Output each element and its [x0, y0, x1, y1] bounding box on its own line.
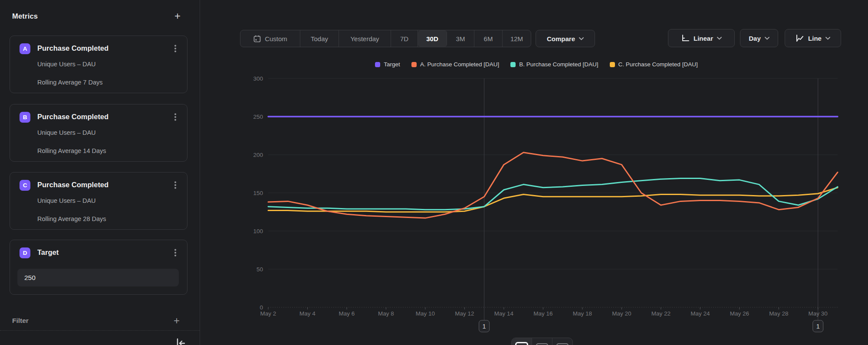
- metric-title: Purchase Completed: [37, 181, 108, 189]
- annotation-badge[interactable]: 1: [813, 320, 823, 332]
- scale-dropdown-button[interactable]: Linear: [668, 29, 735, 47]
- y-axis-label-0: 0: [260, 304, 263, 311]
- metric-rolling-average: Rolling Average 28 Days: [37, 215, 106, 222]
- metrics-sidebar: Metrics + A Purchase Completed Unique Us…: [0, 0, 200, 345]
- y-axis-label-150: 150: [253, 190, 263, 196]
- kebab-menu-icon[interactable]: [171, 111, 179, 123]
- x-axis-label: May 6: [339, 310, 355, 317]
- sidebar-divider: [0, 330, 200, 331]
- range-7d-button[interactable]: 7D: [391, 30, 418, 47]
- x-axis-label: May 18: [573, 310, 592, 317]
- chevron-down-icon: [579, 37, 584, 40]
- x-axis-label: May 12: [455, 310, 474, 317]
- target-value-input[interactable]: [17, 269, 179, 286]
- chart-view-icon: [515, 342, 528, 345]
- filter-title: Filter: [12, 317, 29, 325]
- chevron-down-icon: [717, 37, 722, 40]
- details-view-icon: [556, 343, 569, 345]
- x-axis-label: May 10: [416, 310, 435, 317]
- x-axis-label: May 30: [809, 310, 828, 317]
- metric-badge-d: D: [20, 247, 30, 258]
- range-yesterday-button[interactable]: Yesterday: [339, 30, 391, 47]
- metric-measure: Unique Users – DAU: [37, 129, 96, 136]
- table-view-icon: [536, 343, 548, 345]
- range-30d-button[interactable]: 30D: [418, 30, 447, 47]
- x-axis-label: May 22: [651, 310, 671, 317]
- collapse-sidebar-icon[interactable]: [174, 337, 187, 345]
- x-axis-label: May 24: [690, 310, 710, 317]
- date-range-control: Custom Today Yesterday 7D 30D 3M 6M 12M: [240, 30, 531, 47]
- linear-scale-icon: [681, 34, 690, 42]
- kebab-menu-icon[interactable]: [171, 247, 179, 258]
- y-axis-label-300: 300: [253, 75, 263, 82]
- metrics-header: Metrics +: [12, 10, 181, 23]
- series-line-1: [268, 153, 838, 218]
- x-axis-label: May 26: [730, 310, 749, 317]
- filter-header: Filter +: [12, 315, 180, 327]
- y-axis-label-250: 250: [253, 114, 263, 120]
- metric-badge-c: C: [20, 180, 30, 191]
- metric-card-a[interactable]: A Purchase Completed Unique Users – DAU …: [10, 36, 187, 93]
- metric-rolling-average: Rolling Average 7 Days: [37, 79, 102, 86]
- x-axis-label: May 14: [494, 310, 514, 317]
- y-axis-label-50: 50: [256, 266, 263, 273]
- x-axis-label: May 28: [769, 310, 788, 317]
- kebab-menu-icon[interactable]: [171, 43, 179, 54]
- series-line-2: [268, 179, 838, 210]
- metric-title: Purchase Completed: [37, 44, 108, 52]
- annotation-badge[interactable]: 1: [479, 320, 490, 332]
- chart-view-switcher: [511, 338, 573, 345]
- calendar-icon: [253, 35, 261, 43]
- metric-title: Purchase Completed: [37, 113, 108, 121]
- svg-text:1: 1: [483, 323, 486, 330]
- metric-measure: Unique Users – DAU: [37, 61, 96, 68]
- x-axis-label: May 16: [533, 310, 552, 317]
- y-axis-label-200: 200: [253, 152, 263, 158]
- metric-rolling-average: Rolling Average 14 Days: [37, 147, 106, 154]
- chevron-down-icon: [765, 37, 769, 40]
- x-axis-label: May 8: [378, 310, 394, 317]
- add-filter-icon[interactable]: +: [174, 316, 180, 325]
- svg-text:1: 1: [816, 323, 820, 330]
- kebab-menu-icon[interactable]: [171, 179, 179, 191]
- range-6m-button[interactable]: 6M: [474, 30, 503, 47]
- x-axis-label: May 2: [260, 310, 276, 317]
- metric-card-c[interactable]: C Purchase Completed Unique Users – DAU …: [10, 172, 187, 230]
- range-12m-button[interactable]: 12M: [503, 30, 531, 47]
- x-axis-label: May 4: [299, 310, 316, 317]
- granularity-dropdown-button[interactable]: Day: [740, 29, 778, 47]
- metric-card-b[interactable]: B Purchase Completed Unique Users – DAU …: [10, 104, 187, 162]
- compare-button[interactable]: Compare: [536, 30, 595, 47]
- metric-measure: Unique Users – DAU: [37, 197, 96, 204]
- chart-type-dropdown-button[interactable]: Line: [785, 29, 841, 47]
- view-table-button[interactable]: [532, 338, 552, 345]
- target-title: Target: [37, 248, 59, 257]
- x-axis-label: May 20: [612, 310, 631, 317]
- view-details-button[interactable]: [552, 338, 572, 345]
- add-metric-icon[interactable]: +: [174, 12, 181, 20]
- metrics-title: Metrics: [12, 12, 38, 20]
- line-chart-icon: [796, 34, 804, 42]
- metric-badge-a: A: [20, 43, 30, 54]
- range-custom-button[interactable]: Custom: [240, 30, 300, 47]
- metrics-line-chart: 050100150200250300May 2May 4May 6May 8Ma…: [234, 56, 868, 345]
- range-today-button[interactable]: Today: [300, 30, 339, 47]
- target-card[interactable]: D Target: [10, 240, 187, 295]
- view-chart-button[interactable]: [512, 338, 532, 345]
- range-3m-button[interactable]: 3M: [447, 30, 474, 47]
- chevron-down-icon: [825, 37, 830, 40]
- metric-badge-b: B: [20, 112, 30, 123]
- y-axis-label-100: 100: [253, 228, 263, 234]
